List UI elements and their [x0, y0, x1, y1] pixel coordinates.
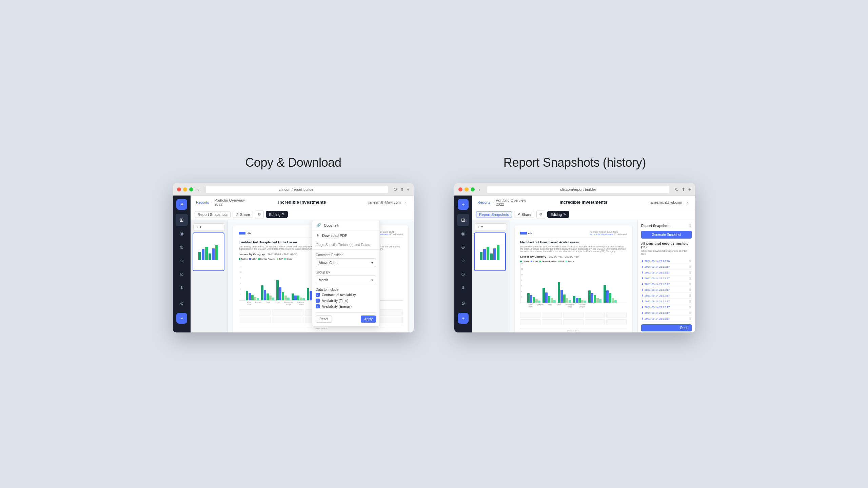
- snapshot-date-4[interactable]: ⬇ 2021-09-14 21:12:17: [641, 283, 670, 286]
- report-subtitle-right: Lost energy detected by Clir synthetic s…: [520, 245, 627, 252]
- apply-button[interactable]: Apply: [361, 316, 376, 323]
- editing-button-right[interactable]: Editing ✎: [547, 211, 569, 218]
- share-button-left[interactable]: ↗ Share: [233, 211, 253, 218]
- settings-icon-btn-right[interactable]: ⚙: [536, 210, 545, 219]
- thumb-chart-svg-right: [478, 242, 502, 262]
- checkbox-availability-time[interactable]: ✓ Availability (Time): [316, 299, 376, 303]
- snapshot-date-3[interactable]: ⬇ 2021-09-14 21:12:17: [641, 277, 670, 280]
- bar-r-lincs-t: [573, 296, 575, 303]
- sidebar-icon-download[interactable]: ⬇: [176, 282, 188, 294]
- sidebar-logo-left: ✳: [176, 199, 187, 210]
- snapshot-trash-1[interactable]: 🗑: [689, 265, 692, 268]
- page-specific-item[interactable]: Page-Specific Turbine(s) and Dates: [312, 240, 379, 249]
- snapshot-trash-0[interactable]: 🗑: [689, 259, 692, 263]
- bar-r-wm-u: [591, 293, 593, 303]
- snapshot-trash-9[interactable]: 🗑: [689, 311, 692, 314]
- snapshot-date-6[interactable]: ⬇ 2021-09-14 21:12:17: [641, 294, 670, 297]
- bar-r-lincs-b: [581, 300, 584, 303]
- app-right: ✳ ⊞ ◉ ⊕ ☆ ⊙ ⬇ ⚙ ✳ Re: [454, 196, 695, 332]
- snapshot-item-2: ⬇ 2021-09-14 21:12:17 🗑: [641, 270, 692, 276]
- new-tab-icon[interactable]: +: [407, 187, 410, 192]
- report-logo-box: [239, 232, 245, 235]
- sidebar-star-right[interactable]: ☆: [457, 255, 469, 267]
- page-thumbnail-right[interactable]: [475, 233, 505, 270]
- snapshot-date-0[interactable]: ⬇ 2021-09-14 22:26:26: [641, 260, 670, 263]
- sidebar-settings-right[interactable]: ⚙: [457, 297, 469, 309]
- sidebar-layers-right[interactable]: ⊙: [457, 268, 469, 280]
- done-button[interactable]: Done: [641, 324, 692, 331]
- more-options-icon-right[interactable]: ⋮: [685, 200, 690, 205]
- report-snapshots-button-left[interactable]: Report Snapshots: [195, 211, 231, 218]
- snapshot-trash-10[interactable]: 🗑: [689, 317, 692, 320]
- copy-link-item[interactable]: 🔗 Copy link: [312, 220, 379, 230]
- snapshot-trash-2[interactable]: 🗑: [689, 271, 692, 274]
- svg-rect-11: [497, 245, 499, 260]
- group-by-select[interactable]: Month ▾: [316, 276, 376, 284]
- maximize-traffic-light[interactable]: [189, 187, 193, 191]
- sidebar-circle-right[interactable]: ◉: [457, 227, 469, 240]
- minimize-tl-right[interactable]: [465, 187, 469, 191]
- share-button-right[interactable]: ↗ Share: [514, 211, 534, 218]
- sidebar-grid-right[interactable]: ⊞: [457, 214, 469, 226]
- add-page-button-right[interactable]: +▾: [475, 223, 506, 230]
- snapshot-trash-3[interactable]: 🗑: [689, 277, 692, 280]
- sidebar-icon-plus[interactable]: ⊕: [176, 241, 188, 253]
- checkbox-contractual[interactable]: ✓ Contractual Availability: [316, 293, 376, 297]
- sidebar-icon-star[interactable]: ☆: [176, 255, 188, 267]
- snapshot-date-10[interactable]: ⬇ 2021-09-14 21:12:17: [641, 317, 670, 320]
- sidebar-icon-layers[interactable]: ⊙: [176, 268, 188, 280]
- report-header-right: clir Portfolio Report June 2021Incredibl…: [520, 231, 627, 238]
- sidebar-left: ✳ ⊞ ◉ ⊕ ☆ ⊙ ⬇ ⚙ ✳: [173, 196, 191, 332]
- comment-position-select[interactable]: Above Chart ▾: [316, 258, 376, 267]
- snapshot-trash-6[interactable]: 🗑: [689, 294, 692, 297]
- sidebar-plus-right[interactable]: ⊕: [457, 241, 469, 253]
- reset-button[interactable]: Reset: [316, 316, 332, 323]
- snapshot-date-5[interactable]: ⬇ 2021-09-14 21:12:17: [641, 288, 670, 291]
- more-options-icon[interactable]: ⋮: [403, 200, 408, 205]
- share-browser-icon-right[interactable]: ⬆: [682, 187, 686, 192]
- snapshot-date-9[interactable]: ⬇ 2021-09-14 21:12:17: [641, 311, 670, 314]
- generate-snapshot-button[interactable]: Generate Snapshot: [641, 231, 692, 239]
- back-button[interactable]: ‹: [196, 187, 200, 192]
- refresh-icon[interactable]: ↻: [393, 187, 397, 192]
- share-browser-icon[interactable]: ⬆: [400, 187, 404, 192]
- sidebar-icon-circle[interactable]: ◉: [176, 227, 188, 240]
- page-thumbnail-1[interactable]: [193, 233, 224, 270]
- checkbox-availability-energy[interactable]: ✓ Availability (Energy): [316, 304, 376, 308]
- sidebar-icon-settings[interactable]: ⚙: [176, 297, 188, 309]
- close-tl-right[interactable]: [458, 187, 462, 191]
- snapshots-close-button[interactable]: ✕: [688, 223, 692, 228]
- bar-r-farnside-u: [606, 290, 609, 303]
- snapshot-trash-5[interactable]: 🗑: [689, 288, 692, 291]
- bar-r-rampion-s: [548, 296, 550, 303]
- address-bar-right[interactable]: clir.com/report-builder: [487, 186, 669, 193]
- snapshot-date-1[interactable]: ⬇ 2021-09-14 21:12:17: [641, 265, 670, 268]
- settings-icon-btn[interactable]: ⚙: [255, 210, 264, 219]
- x-label-3: Sand: [264, 301, 272, 305]
- sidebar-download-right[interactable]: ⬇: [457, 282, 469, 294]
- download-pdf-item[interactable]: ⬇ Download PDF: [312, 230, 379, 240]
- all-snapshots-sub: Click and download snapshots as PDF file…: [641, 249, 692, 256]
- add-page-button[interactable]: +▾: [193, 223, 225, 230]
- close-traffic-light[interactable]: [177, 187, 181, 191]
- breadcrumb-reports[interactable]: Reports: [196, 200, 209, 204]
- breadcrumb-reports-right[interactable]: Reports: [477, 200, 491, 204]
- snapshot-trash-8[interactable]: 🗑: [689, 305, 692, 309]
- snapshot-trash-7[interactable]: 🗑: [689, 300, 692, 303]
- snapshot-date-7[interactable]: ⬇ 2021-09-14 21:12:17: [641, 300, 670, 303]
- user-email-left: janesmith@iwf.com: [368, 200, 401, 204]
- minimize-traffic-light[interactable]: [183, 187, 187, 191]
- editing-button-left[interactable]: Editing ✎: [266, 211, 288, 218]
- sidebar-icon-grid[interactable]: ⊞: [176, 214, 188, 226]
- back-button-right[interactable]: ‹: [477, 187, 482, 192]
- download-snapshot-icon-4: ⬇: [641, 283, 644, 286]
- maximize-tl-right[interactable]: [471, 187, 475, 191]
- bar-r-racebank-b: [535, 299, 538, 303]
- report-snapshots-button-right[interactable]: Report Snapshots: [476, 211, 512, 218]
- snapshot-trash-4[interactable]: 🗑: [689, 282, 692, 286]
- address-bar-left[interactable]: clir.com/report-builder: [206, 186, 388, 193]
- new-tab-icon-right[interactable]: +: [688, 187, 691, 192]
- snapshot-date-2[interactable]: ⬇ 2021-09-14 21:12:17: [641, 271, 670, 274]
- snapshot-date-8[interactable]: ⬇ 2021-09-14 21:12:17: [641, 306, 670, 309]
- refresh-icon-right[interactable]: ↻: [675, 187, 679, 192]
